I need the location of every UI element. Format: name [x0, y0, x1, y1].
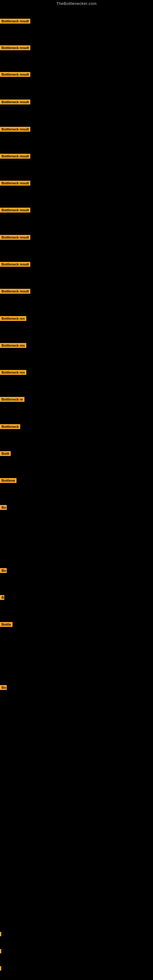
bottleneck-result-badge: Bottleneck	[0, 424, 20, 429]
bottleneck-result-badge	[0, 966, 1, 970]
bottleneck-result-badge: Bottl	[0, 451, 11, 456]
bottleneck-result-badge: Bottleneck result	[0, 19, 30, 24]
bottleneck-result-badge: Bo	[0, 505, 7, 510]
bottleneck-result-badge	[0, 932, 1, 936]
site-title: TheBottlenecker.com	[0, 0, 153, 8]
bottleneck-result-badge: B	[0, 595, 4, 600]
bottleneck-result-badge: Bottleneck result	[0, 72, 30, 77]
bottleneck-result-badge: Bottleneck result	[0, 208, 30, 213]
bottleneck-result-badge: Bo	[0, 568, 7, 573]
bottleneck-result-badge: Bottle	[0, 622, 13, 627]
bottleneck-result-badge: Bottleneck result	[0, 154, 30, 159]
bottleneck-result-badge: Bottleneck res	[0, 316, 26, 321]
bottleneck-result-badge: Bottleneck result	[0, 100, 30, 105]
bottleneck-result-badge: Bottleneck res	[0, 370, 26, 375]
bottleneck-result-badge: Bottlene	[0, 478, 16, 483]
bottleneck-result-badge: Bottleneck result	[0, 45, 30, 50]
bottleneck-result-badge: Bottleneck result	[0, 181, 30, 186]
bottleneck-result-badge: Bottleneck result	[0, 262, 30, 267]
bottleneck-result-badge: Bottleneck res	[0, 343, 26, 348]
bottleneck-result-badge: Bo	[0, 685, 7, 690]
bottleneck-result-badge	[0, 949, 1, 953]
bottleneck-result-badge: Bottleneck result	[0, 235, 30, 240]
bottleneck-result-badge: Bottleneck result	[0, 127, 30, 132]
bottleneck-result-badge: Bottleneck re	[0, 397, 24, 402]
bottleneck-result-badge: Bottleneck result	[0, 289, 30, 294]
